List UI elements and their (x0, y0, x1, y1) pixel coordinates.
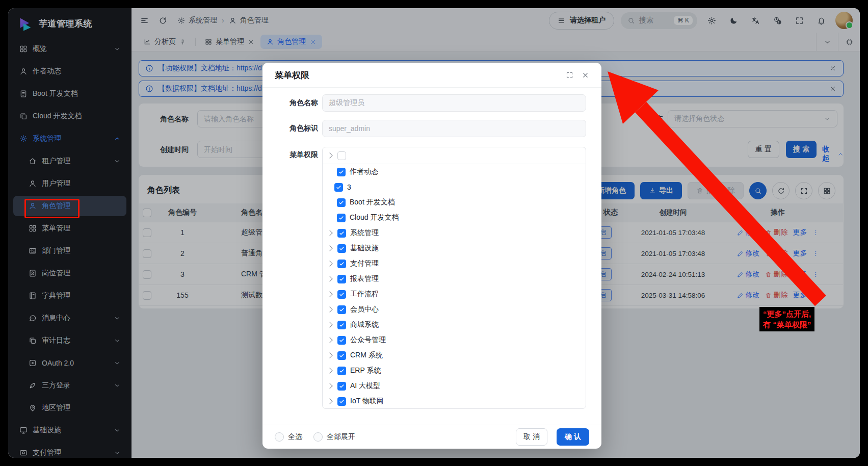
app-window: 芋道管理系统 概览作者动态Boot 开发文档Cloud 开发文档系统管理租户管理… (8, 8, 860, 458)
tree-node-label: 3 (347, 183, 351, 191)
confirm-button[interactable]: 确 认 (557, 428, 589, 446)
tree-node[interactable]: 商城系统 (323, 317, 586, 332)
check-icon (339, 322, 345, 328)
tree-checkbox[interactable] (337, 290, 346, 299)
check-icon (338, 215, 344, 221)
tree-node-label: Boot 开发文档 (350, 198, 395, 207)
tree-node-label: 公众号管理 (350, 335, 386, 345)
tree-node-label: CRM 系统 (350, 351, 383, 360)
tree-node-label: Cloud 开发文档 (350, 213, 399, 222)
tree-node[interactable]: ERP 系统 (323, 363, 586, 378)
role-name-value[interactable] (322, 94, 586, 112)
tree-node[interactable]: 支付管理 (323, 256, 586, 271)
tree-node[interactable]: 系统管理 (323, 225, 586, 241)
expand-all-label: 全部展开 (327, 432, 355, 442)
check-icon (339, 246, 345, 251)
tree-node-label: 基础设施 (350, 244, 379, 253)
tree-node[interactable]: AI 大模型 (323, 378, 586, 394)
check-icon (338, 169, 344, 175)
menu-permission-tree: 作者动态3Boot 开发文档Cloud 开发文档系统管理基础设施支付管理报表管理… (322, 147, 586, 409)
menu-permission-dialog: 菜单权限 角色名称 角色标识 菜单权限 作者动态3Boot 开发文档Cloud … (262, 63, 601, 449)
tree-checkbox[interactable] (337, 382, 346, 391)
tree-node[interactable]: 作者动态 (323, 164, 586, 179)
chevron-right-icon[interactable] (327, 152, 332, 158)
tree-node[interactable]: 工作流程 (323, 287, 586, 302)
tree-node-label: AI 大模型 (350, 381, 380, 391)
dialog-title: 菜单权限 (275, 69, 309, 81)
chevron-right-icon[interactable] (327, 306, 332, 312)
dialog-footer: 全选 全部展开 取 消 确 认 (262, 425, 601, 449)
dialog-tools (566, 71, 589, 79)
chevron-right-icon[interactable] (327, 291, 332, 297)
chevron-right-icon[interactable] (327, 261, 332, 266)
check-icon (339, 353, 345, 358)
check-icon (339, 338, 345, 343)
chevron-right-icon[interactable] (327, 368, 332, 373)
tree-node-label: 会员中心 (350, 305, 379, 314)
menu-permission-label: 菜单权限 (277, 150, 318, 160)
dialog-close-icon[interactable] (582, 71, 589, 79)
tree-node[interactable]: IoT 物联网 (323, 394, 586, 409)
tree-checkbox[interactable] (337, 351, 346, 360)
tree-checkbox[interactable] (337, 260, 346, 268)
role-key-value[interactable] (322, 120, 586, 137)
tree-node-label: 作者动态 (350, 167, 378, 176)
tree-checkbox[interactable] (337, 336, 346, 345)
chevron-right-icon[interactable] (327, 337, 332, 343)
check-icon (339, 292, 345, 297)
tree-node[interactable]: 3 (323, 179, 586, 195)
check-icon (339, 307, 345, 313)
check-icon (339, 276, 345, 282)
chevron-right-icon[interactable] (327, 276, 332, 281)
check-icon (338, 200, 344, 205)
tree-node[interactable]: 公众号管理 (323, 332, 586, 348)
tree-node[interactable]: CRM 系统 (323, 348, 586, 363)
tree-checkbox[interactable] (337, 397, 346, 406)
tree-checkbox[interactable] (337, 168, 346, 176)
tree-node-label: ERP 系统 (350, 366, 381, 375)
tree-node-label: 工作流程 (350, 290, 379, 299)
check-icon (339, 230, 345, 236)
tree-node-label: 支付管理 (350, 259, 379, 268)
tree-checkbox[interactable] (337, 275, 346, 283)
expand-all-checkbox[interactable] (313, 432, 323, 442)
tree-node[interactable]: Cloud 开发文档 (323, 210, 586, 225)
tree-node-label: 系统管理 (350, 228, 379, 238)
tree-checkbox[interactable] (334, 183, 343, 192)
tree-checkbox[interactable] (337, 198, 346, 207)
tree-node[interactable]: 报表管理 (323, 271, 586, 287)
tree-node-label: 报表管理 (350, 274, 379, 283)
select-all-checkbox[interactable] (275, 432, 284, 442)
chevron-right-icon[interactable] (327, 322, 332, 327)
tree-checkbox[interactable] (337, 229, 346, 238)
tree-node[interactable]: Boot 开发文档 (323, 195, 586, 210)
tree-checkbox[interactable] (337, 305, 346, 314)
tree-node[interactable] (323, 147, 586, 164)
tree-node-label: IoT 物联网 (350, 397, 384, 406)
tree-checkbox[interactable] (337, 151, 346, 160)
check-icon (336, 185, 341, 190)
dialog-maximize-icon[interactable] (566, 71, 573, 79)
chevron-right-icon[interactable] (327, 383, 332, 389)
check-icon (339, 399, 345, 404)
tree-node[interactable]: 会员中心 (323, 302, 586, 317)
check-icon (339, 368, 345, 374)
role-key-label: 角色标识 (277, 124, 318, 133)
chevron-right-icon[interactable] (327, 398, 332, 404)
tree-checkbox[interactable] (337, 367, 346, 375)
check-icon (339, 383, 345, 389)
tree-node[interactable]: 基础设施 (323, 241, 586, 256)
tree-checkbox[interactable] (337, 214, 346, 222)
role-name-label: 角色名称 (277, 98, 318, 108)
chevron-right-icon[interactable] (327, 230, 332, 236)
select-all-label: 全选 (288, 432, 302, 442)
cancel-button[interactable]: 取 消 (516, 428, 547, 446)
tree-checkbox[interactable] (337, 244, 346, 253)
check-icon (339, 261, 345, 267)
chevron-right-icon[interactable] (327, 352, 332, 358)
chevron-right-icon[interactable] (327, 245, 332, 251)
tree-node-label: 商城系统 (350, 320, 379, 329)
tree-checkbox[interactable] (337, 321, 346, 329)
dialog-header: 菜单权限 (262, 63, 601, 88)
